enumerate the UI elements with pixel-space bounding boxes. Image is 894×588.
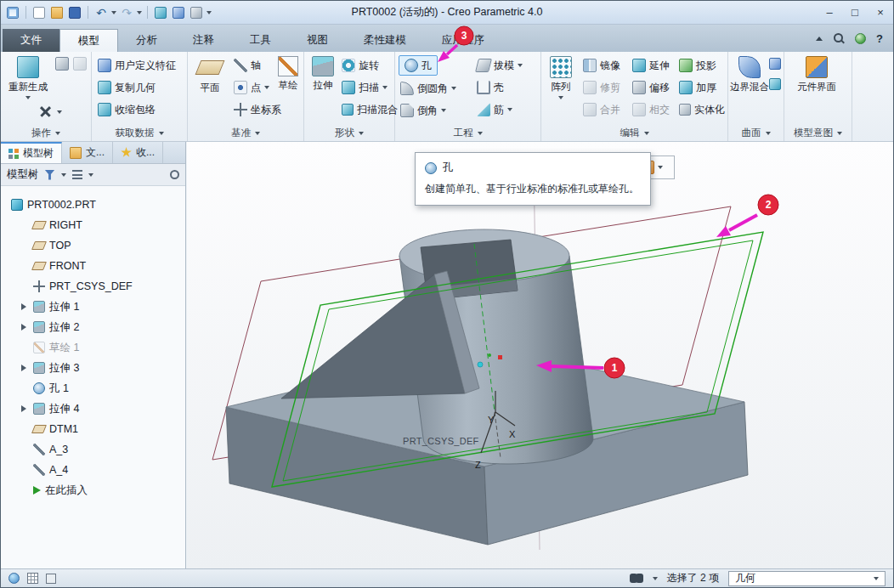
trim-button[interactable]: 修剪	[581, 78, 622, 97]
title-bar[interactable]: ↶ ↷ PRT0002 (活动的) - Creo Parametric 4.0 …	[1, 1, 893, 25]
save-button[interactable]	[67, 5, 82, 20]
group-label-surfaces[interactable]: 曲面	[728, 126, 784, 140]
windows-button[interactable]	[171, 5, 186, 20]
rib-front-face[interactable]	[281, 274, 465, 399]
revolve-button[interactable]: 旋转	[340, 56, 381, 75]
open-file-button[interactable]	[49, 5, 65, 20]
tree-item-part[interactable]: PRT0002.PRT	[1, 195, 185, 215]
close-button[interactable]: ×	[868, 2, 893, 24]
expand-arrow-icon[interactable]	[18, 302, 29, 312]
tab-tools[interactable]: 工具	[232, 29, 289, 52]
tree-filter-caret[interactable]	[61, 173, 66, 177]
regenerate-quick-button[interactable]	[153, 5, 168, 20]
tab-file[interactable]: 文件	[3, 29, 59, 52]
intersect-button[interactable]: 相交	[631, 100, 671, 119]
expand-arrow-icon[interactable]	[18, 363, 29, 373]
delete-caret[interactable]	[57, 110, 62, 114]
mirror-button[interactable]: 镜像	[581, 56, 622, 75]
tab-model[interactable]: 模型	[59, 29, 118, 52]
tree-list-icon[interactable]	[72, 170, 82, 179]
search-icon[interactable]	[833, 32, 845, 44]
pattern-button[interactable]: 阵列	[545, 56, 577, 99]
tree-item-a3-axis[interactable]: A_3	[1, 439, 185, 460]
draft-button[interactable]: 拔模	[475, 56, 524, 75]
tree-settings-icon[interactable]	[170, 170, 179, 179]
customize-quick-access-caret[interactable]	[207, 11, 212, 14]
tree-item-extrude-1[interactable]: 拉伸 1	[1, 297, 185, 317]
solidify-button[interactable]: 实体化	[677, 100, 727, 119]
new-file-button[interactable]	[31, 5, 47, 20]
datum-axis-button[interactable]: 轴	[232, 56, 263, 75]
shrinkwrap-button[interactable]: 收缩包络	[96, 100, 157, 119]
tree-item-top-plane[interactable]: TOP	[1, 235, 185, 256]
group-label-get-data[interactable]: 获取数据	[92, 126, 187, 140]
expand-arrow-icon[interactable]	[18, 322, 29, 332]
collapse-ribbon-icon[interactable]	[816, 37, 823, 41]
rib-button[interactable]: 筋	[475, 100, 514, 119]
merge-button[interactable]: 合并	[581, 100, 622, 119]
hole-button[interactable]: 孔	[399, 55, 438, 76]
viewport-3d-scene[interactable]: Y X Z PRT_CSYS_DEF 1 2	[187, 142, 893, 568]
swept-blend-button[interactable]: 扫描混合	[340, 100, 399, 119]
boundary-blend-button[interactable]: 边界混合	[730, 56, 769, 93]
tab-annotate[interactable]: 注释	[175, 29, 232, 52]
selection-point-cyan[interactable]	[478, 362, 483, 367]
datum-display-icon[interactable]	[27, 573, 38, 584]
copy-geometry-button[interactable]: 复制几何	[96, 78, 157, 97]
tree-item-dtm1[interactable]: DTM1	[1, 419, 185, 439]
display-style-icon[interactable]	[8, 573, 20, 584]
paste-icon[interactable]	[73, 57, 87, 71]
graphics-viewport[interactable]: Y X Z PRT_CSYS_DEF 1 2 孔	[187, 142, 893, 568]
group-label-model-intent[interactable]: 模型意图	[784, 126, 852, 140]
offset-button[interactable]: 偏移	[631, 78, 671, 97]
tree-item-a4-axis[interactable]: A_4	[1, 460, 185, 480]
fill-surface-icon[interactable]	[769, 58, 781, 70]
redo-dropdown-caret[interactable]	[137, 11, 142, 14]
group-label-shapes[interactable]: 形状	[304, 126, 394, 140]
find-icon[interactable]	[630, 574, 643, 583]
tree-item-hole-1[interactable]: 孔 1	[1, 378, 185, 399]
selection-filter-combobox[interactable]: 几何	[728, 571, 886, 586]
find-caret[interactable]	[653, 577, 658, 580]
datum-point-button[interactable]: 点	[232, 78, 271, 97]
chamfer-button[interactable]: 倒角	[399, 101, 448, 120]
style-surface-icon[interactable]	[769, 78, 781, 90]
tree-item-right-plane[interactable]: RIGHT	[1, 215, 185, 235]
csys-name-label[interactable]: PRT_CSYS_DEF	[403, 436, 479, 446]
minimize-button[interactable]: –	[817, 2, 842, 24]
group-label-editing[interactable]: 编辑	[541, 126, 727, 140]
tree-item-csys[interactable]: PRT_CSYS_DEF	[1, 276, 185, 297]
connect-icon[interactable]	[855, 33, 866, 44]
thicken-button[interactable]: 加厚	[677, 78, 718, 97]
expand-arrow-icon[interactable]	[18, 404, 29, 414]
group-label-engineering[interactable]: 工程	[395, 126, 540, 140]
tab-analysis[interactable]: 分析	[118, 29, 175, 52]
udf-button[interactable]: 用户定义特征	[96, 56, 178, 75]
extend-button[interactable]: 延伸	[631, 56, 671, 75]
datum-plane-button[interactable]: 平面	[193, 56, 227, 94]
tree-item-extrude-3[interactable]: 拉伸 3	[1, 358, 185, 378]
maximize-button[interactable]: □	[842, 2, 868, 24]
tree-list-caret[interactable]	[88, 173, 93, 177]
group-label-datum[interactable]: 基准	[188, 126, 303, 140]
extrude-button[interactable]: 拉伸	[308, 56, 338, 92]
panel-tab-folder-browser[interactable]: 文...	[62, 142, 113, 163]
plane-display-icon[interactable]	[46, 574, 56, 584]
group-label-operations[interactable]: 操作	[1, 126, 91, 140]
tree-item-extrude-4[interactable]: 拉伸 4	[1, 399, 185, 419]
delete-icon[interactable]	[40, 106, 51, 117]
sketch-button[interactable]: 草绘	[274, 56, 302, 92]
tree-item-insert-here[interactable]: 在此插入	[1, 480, 185, 500]
panel-tab-favorites[interactable]: 收...	[113, 142, 163, 163]
help-icon[interactable]: ?	[876, 32, 883, 45]
copy-icon[interactable]	[55, 57, 69, 71]
regenerate-button[interactable]: 重新生成	[4, 56, 52, 99]
round-button[interactable]: 倒圆角	[399, 79, 458, 98]
undo-dropdown-caret[interactable]	[111, 11, 116, 14]
shell-button[interactable]: 壳	[475, 78, 506, 97]
project-button[interactable]: 投影	[677, 56, 718, 75]
panel-tab-model-tree[interactable]: 模型树	[1, 142, 62, 163]
component-interface-button[interactable]: 元件界面	[795, 56, 839, 93]
close-window-button[interactable]	[189, 5, 204, 20]
sweep-button[interactable]: 扫描	[340, 78, 389, 97]
